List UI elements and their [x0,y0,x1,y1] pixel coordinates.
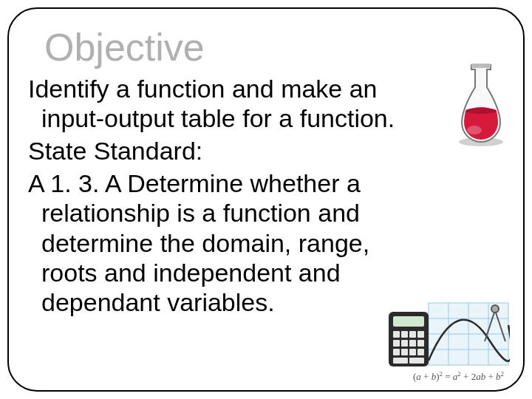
formula-text: (a + b)2 = a2 + 2ab + b2 [413,370,504,383]
svg-rect-28 [409,349,416,355]
svg-rect-19 [401,331,408,338]
svg-point-4 [483,89,486,94]
body-text: A 1. 3. A Determine whether a [28,169,361,197]
slide-title: Objective [44,25,504,69]
body-line: State Standard: [28,136,504,166]
svg-rect-30 [393,358,408,364]
body-text: Identify a function and make an [28,75,378,103]
body-text: roots and independent and [41,259,341,287]
svg-point-1 [466,108,497,114]
svg-rect-18 [393,331,400,338]
body-text: State Standard: [28,137,202,165]
svg-rect-17 [393,316,424,327]
svg-point-15 [491,305,499,313]
svg-rect-21 [417,331,424,338]
svg-rect-20 [409,331,416,338]
slide-body: Identify a function and make an input-ou… [28,74,504,317]
svg-rect-23 [401,340,408,347]
svg-rect-22 [393,340,400,347]
svg-point-3 [476,95,480,100]
body-text: dependant variables. [41,288,275,316]
svg-rect-29 [417,349,424,355]
body-line: Identify a function and make an input-ou… [28,74,504,133]
svg-rect-26 [393,349,400,355]
svg-point-5 [467,126,482,134]
body-text: determine the domain, range, [41,229,369,257]
slide-frame: Objective Identify a function and make a… [7,7,525,392]
svg-rect-24 [409,340,416,347]
body-text: input-output table for a function. [41,104,395,132]
flask-icon [449,59,513,148]
calculator-graph-icon [384,296,510,377]
body-line: A 1. 3. A Determine whether a relationsh… [28,168,504,317]
svg-rect-31 [409,358,424,364]
body-text: relationship is a function and [41,199,360,227]
svg-rect-2 [471,64,491,68]
svg-rect-25 [417,340,424,347]
svg-rect-27 [401,349,408,355]
